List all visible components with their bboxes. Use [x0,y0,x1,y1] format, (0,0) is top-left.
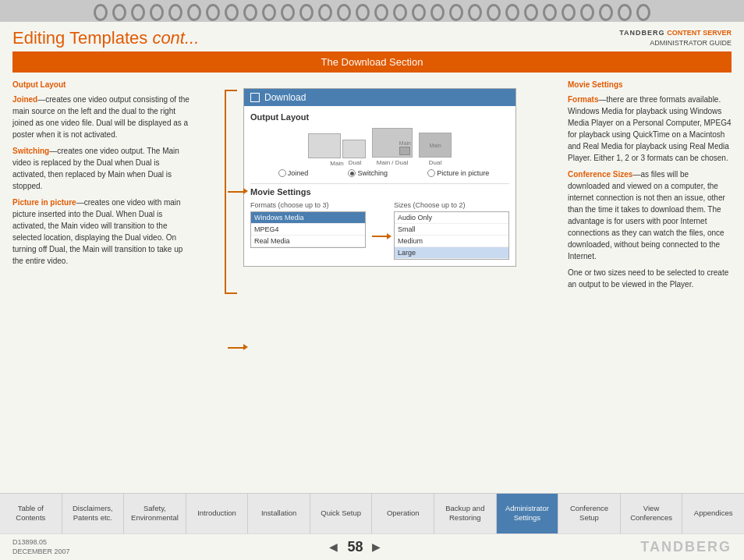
switching-term: Switching [12,147,49,155]
formats-para: Formats—there are three formats availabl… [568,94,732,164]
title-text: Editing Templates [12,28,147,48]
spiral-loop [243,4,257,21]
formats-col-title: Formats (choose up to 3) [250,201,366,209]
thumb-double-joined [308,133,366,158]
middle-column: Download Output Layout [201,79,558,493]
next-page-button[interactable]: ▶ [372,541,381,553]
nav-backup[interactable]: Backup andRestoring [434,494,497,533]
nav-conference-setup[interactable]: ConferenceSetup [558,494,621,533]
nav-introduction[interactable]: Introduction [186,494,249,533]
size-medium[interactable]: Medium [395,236,508,247]
spiral-loop [487,4,501,21]
thumb-label-main: Main [330,160,343,167]
sizes-list: Audio Only Small Medium Large [394,211,509,260]
radio-pip-circle [427,169,435,177]
bracket-bottom [225,292,237,294]
radio-switching-circle [348,169,356,177]
nav-administrator-settings[interactable]: AdministratorSettings [497,494,559,533]
nav-quick-setup[interactable]: Quick Setup [310,494,373,533]
spiral-loop [618,4,632,21]
thumb-main-dual: Main [372,128,413,158]
spiral-loop [505,4,519,21]
doc-id: D13898.05 [12,538,47,546]
format-windows-media[interactable]: Windows Media [251,212,365,224]
spiral-loop [430,4,445,21]
prev-page-button[interactable]: ◀ [329,541,338,553]
spiral-loop [281,4,295,21]
size-small[interactable]: Small [395,224,508,236]
format-mpeg4[interactable]: MPEG4 [251,224,365,236]
thumb-group-main-dual: Main Main / Dual [372,128,413,166]
radio-pip-label: Picture in picture [437,169,489,177]
spiral-loop [318,4,332,21]
section-title: The Download Section [321,56,423,68]
content-area: Output Layout Joined—creates one video o… [0,79,744,493]
arrow-h2 [228,347,245,349]
spiral-loop [94,4,108,21]
radio-switching-label: Switching [357,169,388,177]
nav-disclaimers[interactable]: Disclaimers,Patents etc. [62,494,125,533]
diagram-box: Download Output Layout [243,88,516,267]
spiral-loop [412,4,426,21]
pip-para: Picture in picture—creates one video wit… [12,197,192,267]
spiral-loop [112,4,126,21]
nav-operation[interactable]: Operation [372,494,434,533]
radio-joined[interactable]: Joined [278,169,309,177]
diagram-header: Download [244,89,515,106]
sizes-column: Sizes (Choose up to 2) Audio Only Small … [394,201,509,260]
radio-switching[interactable]: Switching [348,169,388,177]
page-footer: D13898.05 DECEMBER 2007 ◀ 58 ▶ TANDBERG [0,533,744,560]
thumbnails-row: Main Dual Main Main / Dual [250,128,509,166]
thumb-label-dual-only: Dual [429,159,441,166]
formats-list: Windows Media MPEG4 Real Media [250,211,366,248]
doc-info: D13898.05 DECEMBER 2007 [12,537,70,557]
conf-sizes-para: Conference Sizes—as files will be downlo… [568,168,732,262]
thumb-dual-only: Main [419,133,452,158]
nav-installation[interactable]: Installation [248,494,310,533]
nav-safety[interactable]: Safety,Environmental [124,494,186,533]
formats-arrow-wrapper [372,201,388,260]
pip-overlay [399,147,410,155]
arrow-tip2 [243,344,248,350]
movie-settings-title: Movie Settings [250,187,509,197]
bracket-vertical [225,90,226,292]
thumb-label-dual1: Dual [349,159,361,166]
spiral-loop [299,4,314,21]
spiral-loop [543,4,557,21]
size-audio-only[interactable]: Audio Only [395,212,508,224]
switching-para: Switching—creates one video output. The … [12,145,192,192]
radio-joined-label: Joined [288,169,309,177]
spiral-loop [599,4,613,21]
spiral-loop [636,4,650,21]
diagram-body: Output Layout M [244,106,515,266]
spiral-loop [206,4,220,21]
title-cont: cont... [152,28,199,48]
spiral-loop [562,4,576,21]
thumb-group-dual-only: Main Dual [419,133,452,166]
formats-arrow-tip [387,233,391,239]
nav-view-conferences[interactable]: ViewConferences [621,494,683,533]
right-column: Movie Settings Formats—there are three f… [568,79,732,493]
thumb-main [308,133,341,158]
format-real-media[interactable]: Real Media [251,236,365,247]
doc-date: DECEMBER 2007 [12,548,70,555]
arrow-tip1 [243,188,248,194]
arrow-h1 [228,191,245,193]
spiral-loop [262,4,276,21]
pip-term: Picture in picture [12,198,76,207]
spiral-loop [449,4,463,21]
nav-table-of-contents[interactable]: Table ofContents [0,494,62,533]
nav-appendices[interactable]: Appendices [682,494,744,533]
right-col-title: Movie Settings [568,79,732,90]
company-info: TANDBERG CONTENT SERVER ADMINISTRATOR GU… [619,28,732,48]
radio-pip[interactable]: Picture in picture [427,169,489,177]
spiral-loop [337,4,351,21]
spiral-loop [187,4,201,21]
size-large[interactable]: Large [395,247,508,259]
spiral-loop [225,4,239,21]
download-icon [250,93,260,102]
spiral-loop [150,4,164,21]
spiral-loop [393,4,407,21]
thumb-group-joined: Main Dual [308,133,366,166]
spiral-loop [131,4,145,21]
